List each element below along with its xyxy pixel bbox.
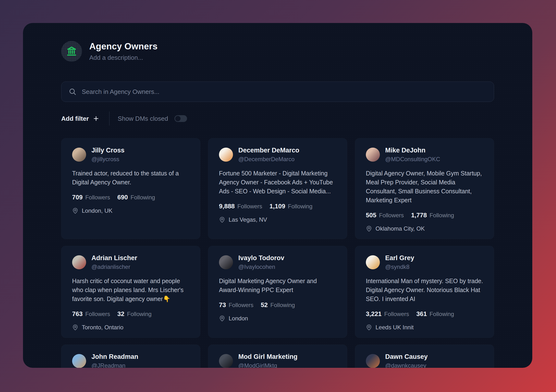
dms-toggle-label: Show DMs closed xyxy=(118,115,168,123)
member-card-header: John Readman @JReadman xyxy=(72,353,189,368)
followers-label: Followers xyxy=(237,203,262,210)
page-title: Agency Owners xyxy=(89,41,157,52)
member-name: Mod Girl Marketing xyxy=(238,353,298,361)
member-card[interactable]: Mike DeJohn @MDConsultingOKC Digital Age… xyxy=(355,138,494,239)
member-bio: Harsh critic of coconut water and people… xyxy=(72,277,189,303)
following-label: Following xyxy=(270,302,295,308)
bank-icon xyxy=(66,46,77,57)
add-filter-button[interactable]: Add filter xyxy=(61,115,100,123)
member-handle: @Ivaylocohen xyxy=(238,263,284,270)
following-count: 32 xyxy=(117,310,124,318)
location-pin-icon xyxy=(366,324,372,331)
member-bio: Digital Marketing Agency Owner and Award… xyxy=(219,277,336,294)
member-card-header: Earl Grey @syndk8 xyxy=(366,254,483,270)
following-label: Following xyxy=(288,203,312,210)
members-grid: Jilly Cross @jillycross Trained actor, r… xyxy=(61,138,494,368)
member-card[interactable]: Adrian Lischer @adrianlischer Harsh crit… xyxy=(61,246,200,338)
member-identity: Adrian Lischer @adrianlischer xyxy=(92,254,137,270)
search-bar xyxy=(61,82,494,102)
followers-count: 73 xyxy=(219,301,226,309)
member-avatar xyxy=(219,148,233,162)
location-pin-icon xyxy=(72,208,78,214)
member-identity: Mod Girl Marketing @ModGirlMktg xyxy=(238,353,298,368)
member-identity: December DeMarco @DecemberDeMarco xyxy=(238,147,299,163)
following-label: Following xyxy=(127,311,151,317)
member-bio: International Man of mystery. SEO by tra… xyxy=(366,277,483,303)
member-avatar xyxy=(366,255,380,269)
member-handle: @jillycross xyxy=(92,156,125,163)
member-bio: Digital Agency Owner, Mobile Gym Startup… xyxy=(366,169,483,205)
member-avatar xyxy=(219,354,233,368)
followers-label: Followers xyxy=(85,311,110,317)
member-location: Las Vegas, NV xyxy=(219,216,336,223)
member-card[interactable]: Ivaylo Todorov @Ivaylocohen Digital Mark… xyxy=(208,246,347,338)
location-pin-icon xyxy=(219,216,225,223)
member-avatar xyxy=(72,255,86,269)
member-handle: @ModGirlMktg xyxy=(238,362,298,368)
member-card[interactable]: Mod Girl Marketing @ModGirlMktg Mod Girl… xyxy=(208,345,347,368)
member-location-text: London, UK xyxy=(82,207,113,214)
add-description-field[interactable]: Add a description... xyxy=(89,54,157,61)
list-panel: Agency Owners Add a description... Add f… xyxy=(23,23,532,368)
member-card[interactable]: Dawn Causey @dawnkcausey Phil 4:6-8, Mon… xyxy=(355,345,494,368)
member-identity: Jilly Cross @jillycross xyxy=(92,147,125,163)
member-location-text: Las Vegas, NV xyxy=(229,216,267,223)
location-pin-icon xyxy=(219,315,225,322)
following-count: 690 xyxy=(117,194,128,201)
following-label: Following xyxy=(429,311,454,317)
member-location: Leeds UK Innit xyxy=(366,324,483,331)
member-card-header: Mod Girl Marketing @ModGirlMktg xyxy=(219,353,336,368)
following-count: 52 xyxy=(261,301,268,309)
member-stats: 763 Followers 32 Following xyxy=(72,310,189,318)
followers-label: Followers xyxy=(379,212,404,219)
member-location-text: Toronto, Ontario xyxy=(82,324,124,331)
search-input[interactable] xyxy=(82,88,486,96)
member-location: London xyxy=(219,315,336,322)
member-card[interactable]: Earl Grey @syndk8 International Man of m… xyxy=(355,246,494,338)
member-handle: @dawnkcausey xyxy=(385,362,428,368)
member-card[interactable]: Jilly Cross @jillycross Trained actor, r… xyxy=(61,138,200,239)
member-handle: @syndk8 xyxy=(385,263,414,270)
filter-divider xyxy=(109,112,110,126)
following-count: 1,778 xyxy=(411,211,427,219)
dms-toggle-knob xyxy=(175,116,180,121)
followers-label: Followers xyxy=(229,302,254,308)
member-name: Dawn Causey xyxy=(385,353,428,361)
list-title-block: Agency Owners Add a description... xyxy=(89,41,157,61)
followers-label: Followers xyxy=(85,194,110,201)
following-label: Following xyxy=(131,194,155,201)
member-handle: @JReadman xyxy=(92,362,139,368)
location-pin-icon xyxy=(72,324,78,331)
member-name: Mike DeJohn xyxy=(385,147,440,154)
member-card[interactable]: John Readman @JReadman AI marketing SaaS… xyxy=(61,345,200,368)
member-card-header: Dawn Causey @dawnkcausey xyxy=(366,353,483,368)
member-location-text: Leeds UK Innit xyxy=(376,324,414,331)
followers-count: 505 xyxy=(366,211,376,219)
member-location: Oklahoma City, OK xyxy=(366,225,483,232)
member-stats: 709 Followers 690 Following xyxy=(72,194,189,201)
following-count: 361 xyxy=(417,310,427,318)
member-card-header: Mike DeJohn @MDConsultingOKC xyxy=(366,147,483,163)
member-card[interactable]: December DeMarco @DecemberDeMarco Fortun… xyxy=(208,138,347,239)
member-location-text: London xyxy=(229,315,248,322)
member-identity: Dawn Causey @dawnkcausey xyxy=(385,353,428,368)
followers-count: 9,888 xyxy=(219,202,235,210)
member-identity: Earl Grey @syndk8 xyxy=(385,254,414,270)
dms-toggle[interactable] xyxy=(174,115,187,122)
member-location: Toronto, Ontario xyxy=(72,324,189,331)
add-filter-label: Add filter xyxy=(61,115,89,123)
member-name: John Readman xyxy=(92,353,139,361)
member-stats: 3,221 Followers 361 Following xyxy=(366,310,483,318)
plus-icon xyxy=(93,115,100,122)
member-avatar xyxy=(72,148,86,162)
followers-count: 763 xyxy=(72,310,83,318)
member-card-header: Jilly Cross @jillycross xyxy=(72,147,189,163)
followers-count: 3,221 xyxy=(366,310,382,318)
member-card-header: Adrian Lischer @adrianlischer xyxy=(72,254,189,270)
list-header: Agency Owners Add a description... xyxy=(61,41,494,62)
member-stats: 9,888 Followers 1,109 Following xyxy=(219,202,336,210)
member-handle: @DecemberDeMarco xyxy=(238,156,299,163)
list-avatar[interactable] xyxy=(61,41,82,62)
member-stats: 73 Followers 52 Following xyxy=(219,301,336,309)
member-card-header: December DeMarco @DecemberDeMarco xyxy=(219,147,336,163)
